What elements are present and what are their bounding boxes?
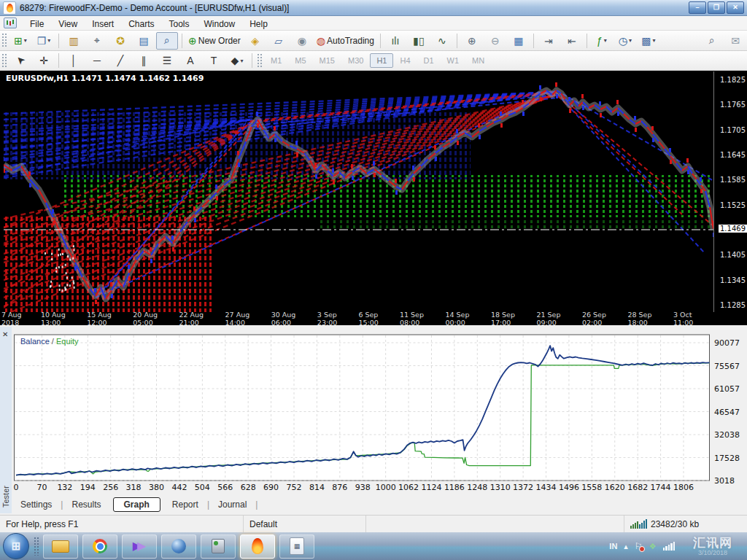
tab-journal[interactable]: Journal	[209, 497, 255, 512]
tab-report[interactable]: Report	[163, 497, 207, 512]
timeframe-m1[interactable]: M1	[264, 53, 288, 68]
data-window-button[interactable]: ⌖	[86, 32, 108, 50]
auto-scroll-button[interactable]: ⇥	[538, 32, 560, 50]
bar-chart-mode-button[interactable]: ılı	[384, 32, 406, 50]
text-button[interactable]: A	[179, 52, 201, 69]
search-button[interactable]: ⌕	[701, 32, 723, 50]
taskbar-media-player[interactable]: ▶▶	[122, 534, 157, 559]
restore-button[interactable]: ❐	[708, 1, 725, 14]
menu-insert[interactable]: Insert	[85, 18, 121, 31]
timeframe-w1[interactable]: W1	[441, 53, 466, 68]
tab-results[interactable]: Results	[63, 497, 109, 512]
show-hidden-icons[interactable]: ▴	[624, 542, 628, 551]
expert-advisors-button[interactable]: ◈	[244, 32, 266, 50]
chart-window-icon[interactable]	[4, 18, 17, 28]
timeframe-m15[interactable]: M15	[313, 53, 341, 68]
language-indicator[interactable]: IN	[609, 542, 617, 551]
menu-bar: FileViewInsertChartsToolsWindowHelp	[0, 16, 747, 31]
svg-text:61057: 61057	[714, 384, 740, 394]
price-tick: 1.1705	[720, 126, 746, 134]
fibonacci-button[interactable]: ☰	[156, 52, 178, 69]
price-chart[interactable]	[4, 71, 713, 312]
taskbar-globe-app[interactable]	[161, 534, 196, 559]
close-tester-icon[interactable]: ✕	[2, 331, 8, 338]
text-label-button[interactable]: T	[203, 52, 225, 69]
timeframe-h4[interactable]: H4	[393, 53, 417, 68]
timeframe-m30[interactable]: M30	[341, 53, 370, 68]
tile-windows-button[interactable]: ▦	[508, 32, 530, 50]
candlestick-mode-button[interactable]: ▮▯	[408, 32, 430, 50]
chart-shift-button[interactable]: ⇤	[561, 32, 583, 50]
svg-text:690: 690	[263, 483, 279, 492]
minimize-button[interactable]: –	[689, 1, 706, 14]
svg-text:1806: 1806	[673, 483, 694, 492]
trendline-button[interactable]: ╱	[109, 52, 131, 69]
community-chat-button[interactable]: ✉	[724, 32, 746, 50]
menu-window[interactable]: Window	[197, 18, 243, 31]
templates-button[interactable]: ▩▾	[638, 32, 659, 50]
strategy-tester-button[interactable]: ⌕	[156, 32, 178, 50]
time-tick: 6 Sep 15:00	[358, 311, 400, 327]
shapes-button[interactable]: ◆▾	[226, 52, 248, 69]
price-tick: 1.1645	[720, 151, 746, 159]
indicators-button[interactable]: ƒ▾	[591, 32, 613, 50]
close-button[interactable]: ✕	[727, 1, 744, 14]
status-profile[interactable]: Default	[244, 516, 366, 532]
connection-speed: 23482/30 kb	[651, 519, 699, 529]
taskbar-clock[interactable]: 汇讯网 3/10/2018	[681, 534, 744, 559]
balance-equity-graph[interactable]: 9007775567610574654732038175283018070132…	[13, 332, 747, 493]
taskbar-grip	[34, 537, 39, 556]
timeframe-mn[interactable]: MN	[465, 53, 491, 68]
time-tick: 10 Aug 13:00	[41, 311, 87, 327]
legend-balance: Balance	[20, 337, 50, 346]
zoom-in-button[interactable]: ⊕	[461, 32, 483, 50]
timeframe-h1[interactable]: H1	[370, 53, 393, 68]
action-center-flag-icon[interactable]: ⚐	[635, 541, 643, 551]
start-button[interactable]: ⊞	[3, 533, 29, 559]
timeframe-m5[interactable]: M5	[288, 53, 312, 68]
menu-help[interactable]: Help	[242, 18, 275, 31]
taskbar-calculator[interactable]: ▦	[279, 534, 314, 559]
periods-button[interactable]: ◷▾	[614, 32, 636, 50]
tab-settings[interactable]: Settings	[12, 497, 61, 512]
cursor-button[interactable]: ➤	[9, 52, 31, 69]
vertical-line-button[interactable]: │	[63, 52, 85, 69]
terminal-button[interactable]: ▤	[133, 32, 155, 50]
horizontal-line-button[interactable]: ─	[86, 52, 108, 69]
connection-bars-icon	[630, 519, 647, 529]
menu-tools[interactable]: Tools	[162, 18, 197, 31]
price-axis[interactable]: 1.18251.17651.17051.16451.15851.15251.14…	[713, 71, 747, 312]
time-axis[interactable]: 7 Aug 201810 Aug 13:0015 Aug 12:0020 Aug…	[1, 312, 713, 324]
autotrading-label: AutoTrading	[327, 36, 374, 46]
autotrading-button[interactable]: ◍AutoTrading	[314, 32, 376, 50]
taskbar-chrome[interactable]	[82, 534, 117, 559]
market-watch-button[interactable]: ▥	[63, 32, 85, 50]
tray-app-icon[interactable]: ❖	[649, 542, 657, 551]
tab-graph[interactable]: Graph	[113, 497, 160, 512]
taskbar-remote-app[interactable]	[201, 534, 236, 559]
time-tick: 15 Aug 12:00	[87, 311, 133, 327]
line-chart-mode-button[interactable]: ∿	[431, 32, 453, 50]
equidistant-channel-button[interactable]: ∥	[133, 52, 155, 69]
taskbar-file-explorer[interactable]	[43, 534, 78, 559]
mt4-flame-icon	[252, 538, 263, 554]
taskbar-mt4-active[interactable]	[240, 534, 275, 559]
chart-panel: EURUSDfw,H1 1.1471 1.1474 1.1462 1.1469 …	[0, 71, 747, 325]
menu-view[interactable]: View	[51, 18, 85, 31]
svg-text:1186: 1186	[444, 483, 465, 492]
crosshair-button[interactable]: ✛	[33, 52, 55, 69]
zoom-out-button[interactable]: ⊖	[484, 32, 506, 50]
menu-charts[interactable]: Charts	[121, 18, 161, 31]
navigator-button[interactable]: ✪	[109, 32, 131, 50]
network-signal-icon[interactable]	[663, 542, 676, 551]
chart-profiles-button[interactable]: ❐▾	[33, 32, 55, 50]
scripts-button[interactable]: ▱	[268, 32, 290, 50]
open-mql5-button[interactable]: ◉	[291, 32, 313, 50]
menu-file[interactable]: File	[23, 18, 51, 31]
new-chart-button[interactable]: ⊞▾	[9, 32, 31, 50]
templates-dropdown-icon: ▾	[653, 37, 656, 44]
chart-ohlc-header: EURUSDfw,H1 1.1471 1.1474 1.1462 1.1469	[6, 74, 204, 83]
expert-advisors-icon: ◈	[251, 35, 259, 47]
new-order-button[interactable]: ⊕New Order	[186, 32, 243, 50]
timeframe-d1[interactable]: D1	[417, 53, 441, 68]
